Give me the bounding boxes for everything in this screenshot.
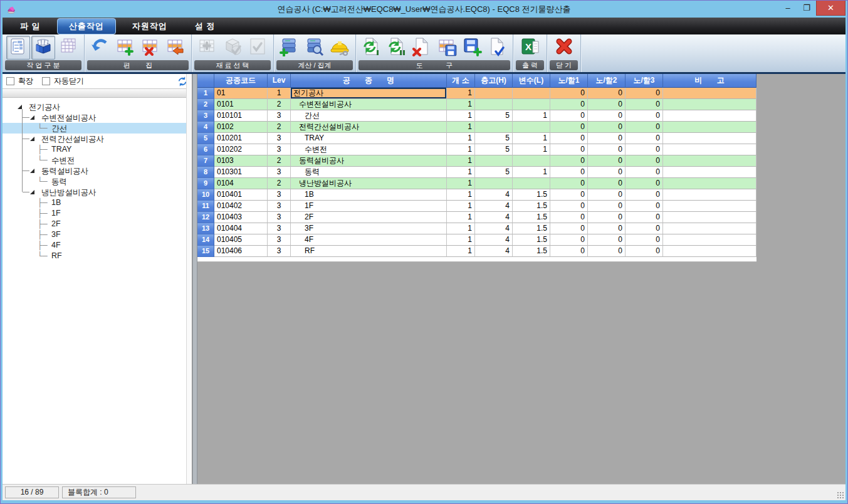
grid-cell[interactable] (475, 99, 513, 110)
tree-item-수변전설비공사[interactable]: 수변전설비공사 (3, 112, 192, 123)
work-grid-button[interactable] (56, 36, 80, 60)
grid-cell[interactable]: 동력설비공사 (291, 155, 447, 167)
grid-cell[interactable] (475, 155, 513, 167)
grid-cell[interactable]: 1.5 (513, 189, 550, 201)
grid-cell[interactable]: 3 (268, 234, 291, 246)
title-bar[interactable]: 연습공사 (C:₩고려전산₩EQC8₩_User₩연습공사.EQC8) - EQ… (3, 1, 845, 18)
tree-item-전력간선설비공사[interactable]: 전력간선설비공사 (3, 134, 192, 144)
grid-cell[interactable] (663, 234, 756, 246)
undo-button[interactable] (88, 36, 112, 60)
grid-cell[interactable] (663, 167, 756, 178)
grid-cell[interactable]: 냉난방설비공사 (291, 178, 447, 189)
grid-cell[interactable]: 0 (626, 246, 663, 257)
grid-cell[interactable]: 010405 (214, 234, 268, 246)
grid-cell[interactable]: 0 (588, 144, 626, 155)
tree-item-동력설비공사[interactable]: 동력설비공사 (3, 165, 192, 176)
grid-cell[interactable]: 010402 (214, 201, 268, 212)
tree-item-4F[interactable]: ├─4F (3, 240, 192, 251)
grid-cell[interactable] (475, 178, 513, 189)
grid-cell[interactable]: 0 (626, 88, 663, 99)
grid-cell[interactable] (513, 155, 550, 167)
grid-cell[interactable]: 0 (550, 201, 588, 212)
calc-add-button[interactable] (278, 36, 301, 60)
grid-cell[interactable]: 010404 (214, 223, 268, 234)
minimize-button[interactable]: – (778, 1, 797, 14)
menu-item-0[interactable]: 파 일 (9, 19, 52, 34)
menu-item-3[interactable]: 설 정 (184, 19, 227, 34)
row-number-cell[interactable]: 13 (197, 223, 214, 234)
grid-cell[interactable]: 0104 (214, 178, 268, 189)
grid-cell[interactable]: 010202 (214, 144, 268, 155)
grid-cell[interactable]: 3 (268, 246, 291, 257)
grid-cell[interactable]: 1 (447, 201, 475, 212)
tree-expand-icon[interactable] (30, 137, 34, 141)
grid-cell[interactable]: 0 (626, 201, 663, 212)
menu-item-2[interactable]: 자원작업 (121, 19, 179, 34)
row-number-cell[interactable]: 8 (197, 167, 214, 178)
tree-item-3F[interactable]: ├─3F (3, 229, 192, 240)
grid-cell[interactable]: 전력간선설비공사 (291, 122, 447, 133)
grid-cell[interactable]: 0 (588, 201, 626, 212)
grid-cell[interactable]: 0 (626, 178, 663, 189)
tree-item-1B[interactable]: ├─1B (3, 197, 192, 208)
grid-cell[interactable]: 0 (550, 234, 588, 246)
grid-cell[interactable]: 1B (291, 189, 447, 201)
grid-cell[interactable]: 3 (268, 133, 291, 144)
grid-column-header[interactable]: 공종코드 (214, 74, 268, 88)
grid-cell[interactable]: RF (291, 246, 447, 257)
grid-cell[interactable]: 2 (268, 122, 291, 133)
grid-cell[interactable] (513, 88, 550, 99)
tree-expand-icon[interactable] (30, 169, 34, 173)
tree-expand-icon[interactable] (30, 190, 34, 194)
grid-cell[interactable]: 0 (588, 99, 626, 110)
save-add-button[interactable] (460, 36, 484, 60)
grid-cell[interactable]: 1 (447, 99, 475, 110)
menu-item-1[interactable]: 산출작업 (57, 18, 116, 34)
grid-cell[interactable]: 0 (588, 122, 626, 133)
grid-cell[interactable]: 간선 (291, 110, 447, 122)
tree-item-TRAY[interactable]: ├─TRAY (3, 144, 192, 155)
grid-cell[interactable] (663, 178, 756, 189)
panel-splitter[interactable] (192, 74, 197, 484)
grid-cell[interactable]: 1 (447, 133, 475, 144)
grid-cell[interactable]: 4 (475, 189, 513, 201)
grid-cell[interactable] (663, 110, 756, 122)
file-check-button[interactable] (485, 36, 509, 60)
grid-cell[interactable]: 0 (626, 234, 663, 246)
autoclose-checkbox[interactable] (42, 77, 50, 85)
grid-cell[interactable]: 4 (475, 201, 513, 212)
grid-cell[interactable]: 3 (268, 189, 291, 201)
grid-cell[interactable]: 0 (626, 189, 663, 201)
grid-column-header[interactable]: Lev (268, 74, 291, 88)
grid-cell[interactable]: 1.5 (513, 234, 550, 246)
grid-cell[interactable]: 1.5 (513, 212, 550, 223)
grid-cell[interactable]: 0 (626, 155, 663, 167)
grid-column-header[interactable]: 노/할3 (626, 74, 663, 88)
grid-cell[interactable] (513, 178, 550, 189)
grid-cell[interactable]: 0 (550, 167, 588, 178)
row-number-cell[interactable]: 10 (197, 189, 214, 201)
grid-cell[interactable]: 0 (588, 234, 626, 246)
grid-cell[interactable]: 010406 (214, 246, 268, 257)
grid-cell[interactable] (663, 223, 756, 234)
grid-cell[interactable]: 3 (268, 110, 291, 122)
expand-checkbox[interactable] (6, 77, 14, 85)
row-number-cell[interactable]: 15 (197, 246, 214, 257)
grid-cell[interactable]: 0 (626, 133, 663, 144)
grid-cell[interactable]: 3 (268, 144, 291, 155)
grid-cell[interactable] (663, 133, 756, 144)
convert1-button[interactable] (360, 36, 384, 60)
grid-cell[interactable]: 1 (513, 110, 550, 122)
grid-cell[interactable]: 1 (513, 167, 550, 178)
grid-cell[interactable]: 0103 (214, 155, 268, 167)
grid-cell[interactable]: 3 (268, 167, 291, 178)
grid-cell[interactable]: 0 (588, 167, 626, 178)
grid-cell[interactable]: 0 (626, 223, 663, 234)
grid-cell[interactable]: 010403 (214, 212, 268, 223)
grid-cell[interactable]: 1 (447, 246, 475, 257)
tree-item-수변전[interactable]: └─수변전 (3, 155, 192, 165)
grid-cell[interactable]: 1 (447, 155, 475, 167)
work-division-button[interactable] (6, 36, 30, 60)
grid-cell[interactable] (475, 122, 513, 133)
row-number-cell[interactable]: 14 (197, 234, 214, 246)
